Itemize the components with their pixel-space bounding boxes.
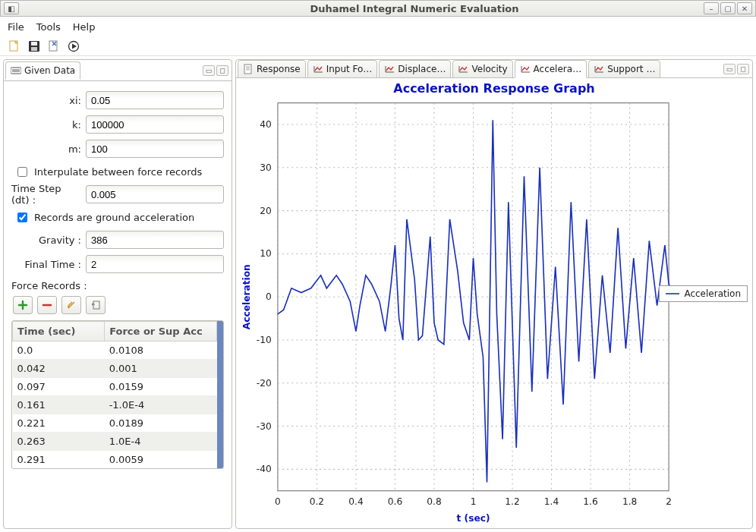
- panel-minimize-button[interactable]: ▭: [203, 65, 215, 76]
- svg-text:2: 2: [666, 496, 672, 507]
- svg-rect-11: [244, 65, 251, 74]
- chart-icon: [384, 64, 395, 74]
- tab-label: Support …: [607, 64, 655, 74]
- sidebar-tab-label: Given Data: [24, 65, 75, 76]
- tab-displace-[interactable]: Displace…: [379, 60, 451, 78]
- input-dt[interactable]: [86, 185, 224, 203]
- close-button[interactable]: ✕: [737, 2, 752, 14]
- svg-text:-40: -40: [257, 464, 272, 474]
- label-gravity: Gravity :: [11, 235, 86, 246]
- table-row[interactable]: 0.2910.0059: [13, 451, 217, 469]
- svg-text:1.6: 1.6: [583, 496, 597, 507]
- maximize-button[interactable]: ▢: [720, 2, 736, 14]
- svg-text:-10: -10: [257, 335, 272, 345]
- col-time[interactable]: Time (sec): [13, 322, 105, 342]
- label-final-time: Final Time :: [11, 259, 86, 270]
- chart-icon: [458, 64, 468, 74]
- svg-text:t (sec): t (sec): [457, 513, 490, 524]
- chart-legend: Acceleration: [659, 285, 748, 302]
- chart-icon: [313, 64, 323, 74]
- minimize-button[interactable]: –: [704, 2, 719, 14]
- chart-title: Acceleration Response Graph: [236, 81, 752, 96]
- svg-text:1.8: 1.8: [622, 496, 637, 507]
- table-row[interactable]: 0.0420.001: [13, 360, 217, 378]
- label-m: m:: [11, 143, 86, 155]
- menu-tools[interactable]: Tools: [36, 21, 61, 33]
- svg-text:-30: -30: [257, 421, 272, 432]
- menu-help[interactable]: Help: [73, 21, 96, 33]
- label-interpolate: Interpulate between force records: [34, 166, 202, 178]
- input-final-time[interactable]: [86, 255, 224, 273]
- chart-panel-maximize-button[interactable]: ◻: [737, 64, 749, 74]
- label-k: k:: [11, 119, 86, 131]
- svg-text:1.4: 1.4: [544, 496, 559, 507]
- keyboard-icon: [11, 65, 21, 76]
- remove-record-button[interactable]: [37, 296, 57, 314]
- input-xi[interactable]: [86, 91, 224, 109]
- svg-text:0.6: 0.6: [388, 496, 402, 507]
- app-icon: ◧: [4, 2, 19, 14]
- svg-marker-6: [72, 43, 77, 49]
- input-gravity[interactable]: [86, 231, 224, 249]
- tab-label: Input Fo…: [326, 64, 373, 74]
- svg-text:10: 10: [260, 248, 272, 259]
- svg-text:-20: -20: [257, 378, 272, 389]
- new-icon[interactable]: [8, 39, 21, 53]
- tab-accelera-[interactable]: Accelera…: [515, 60, 587, 78]
- tab-label: Response: [257, 64, 301, 74]
- menubar: File Tools Help: [0, 17, 756, 36]
- edit-record-button[interactable]: [61, 296, 81, 314]
- svg-text:20: 20: [260, 206, 272, 216]
- tab-velocity[interactable]: Velocity: [452, 60, 512, 78]
- table-scrollbar[interactable]: [217, 321, 223, 468]
- svg-text:0.8: 0.8: [427, 496, 441, 507]
- tab-label: Velocity: [471, 64, 507, 74]
- run-icon[interactable]: [67, 39, 80, 53]
- svg-text:0.2: 0.2: [310, 496, 324, 507]
- open-icon[interactable]: [47, 39, 61, 53]
- table-row[interactable]: 0.00.0108: [13, 342, 217, 360]
- add-record-button[interactable]: [13, 296, 33, 314]
- label-ground-accel: Records are ground acceleration: [34, 212, 194, 223]
- import-record-button[interactable]: [86, 296, 106, 314]
- tab-support-[interactable]: Support …: [588, 60, 660, 78]
- titlebar-left-icon: ◧: [4, 2, 125, 14]
- input-k[interactable]: [86, 115, 224, 134]
- table-row[interactable]: 0.2210.0189: [13, 414, 217, 433]
- acceleration-chart: 00.20.40.60.811.21.41.61.82-40-30-20-100…: [239, 96, 749, 530]
- svg-text:30: 30: [260, 162, 272, 173]
- chart-panel-minimize-button[interactable]: ▭: [723, 64, 736, 74]
- save-icon[interactable]: [27, 39, 41, 53]
- svg-text:1: 1: [471, 496, 477, 507]
- svg-text:0: 0: [266, 291, 272, 302]
- legend-label: Acceleration: [684, 288, 741, 299]
- tab-input-fo-[interactable]: Input Fo…: [307, 60, 378, 78]
- table-row[interactable]: 0.161-1.0E-4: [13, 396, 217, 414]
- menu-file[interactable]: File: [8, 21, 24, 33]
- tab-label: Accelera…: [534, 64, 582, 74]
- document-icon: [243, 64, 254, 74]
- chart-icon: [520, 64, 531, 74]
- svg-rect-3: [31, 47, 37, 51]
- tab-label: Displace…: [398, 64, 446, 74]
- toolbar: [0, 36, 756, 56]
- svg-rect-2: [31, 42, 37, 46]
- table-row[interactable]: 0.2631.0E-4: [13, 433, 217, 451]
- label-force-records: Force Records :: [11, 277, 224, 291]
- input-m[interactable]: [86, 140, 224, 158]
- panel-maximize-button[interactable]: ◻: [216, 65, 228, 76]
- checkbox-ground-accel[interactable]: [17, 212, 27, 222]
- force-records-table[interactable]: Time (sec) Force or Sup Acc 0.00.01080.0…: [12, 321, 217, 468]
- chart-icon: [594, 64, 604, 74]
- tab-response[interactable]: Response: [238, 60, 306, 78]
- table-row[interactable]: 0.0970.0159: [13, 378, 217, 396]
- svg-rect-10: [93, 301, 99, 309]
- svg-rect-7: [11, 68, 21, 74]
- svg-text:0.4: 0.4: [348, 496, 364, 507]
- label-xi: xi:: [11, 95, 86, 106]
- svg-text:0: 0: [275, 496, 281, 507]
- sidebar-tab-given-data[interactable]: Given Data: [5, 61, 80, 80]
- checkbox-interpolate[interactable]: [17, 167, 27, 177]
- col-force[interactable]: Force or Sup Acc: [105, 322, 217, 342]
- window-titlebar: ◧ Duhamel Integral Numeric Evaluation – …: [0, 0, 756, 17]
